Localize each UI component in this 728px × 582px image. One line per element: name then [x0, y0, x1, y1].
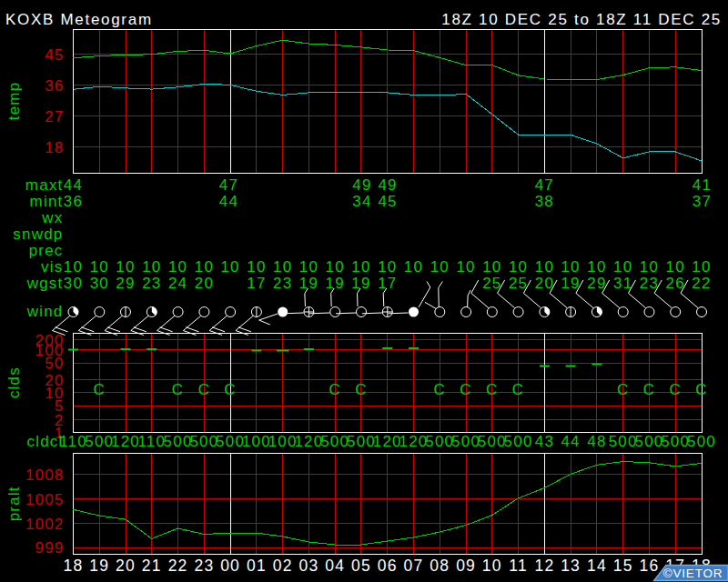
svg-text:1005: 1005	[25, 491, 65, 508]
svg-text:49: 49	[378, 176, 397, 194]
svg-text:01: 01	[247, 557, 267, 575]
svg-text:10: 10	[456, 258, 475, 276]
svg-text:38: 38	[535, 193, 554, 210]
svg-text:16: 16	[640, 557, 660, 575]
svg-text:10: 10	[351, 258, 370, 276]
svg-text:23: 23	[142, 275, 161, 292]
svg-text:47: 47	[535, 176, 554, 194]
svg-text:C: C	[460, 381, 471, 398]
svg-text:34: 34	[352, 193, 371, 210]
svg-text:110: 110	[59, 433, 87, 450]
svg-text:10: 10	[142, 258, 161, 276]
svg-text:C: C	[486, 381, 498, 398]
svg-text:19: 19	[561, 275, 580, 292]
svg-text:10: 10	[482, 557, 502, 575]
svg-text:18Z 10 DEC 25 to 18Z 11 DEC 25: 18Z 10 DEC 25 to 18Z 11 DEC 25	[441, 11, 722, 28]
svg-text:maxt: maxt	[25, 176, 64, 194]
svg-text:31: 31	[613, 275, 632, 292]
svg-text:1008: 1008	[25, 467, 65, 484]
svg-text:110: 110	[137, 433, 166, 450]
svg-text:10: 10	[326, 258, 345, 276]
svg-text:10: 10	[299, 258, 318, 276]
svg-text:48: 48	[587, 433, 606, 450]
svg-text:05: 05	[351, 557, 371, 575]
svg-text:08: 08	[430, 557, 450, 575]
svg-text:17: 17	[378, 275, 397, 292]
svg-text:C: C	[355, 381, 367, 398]
svg-text:19: 19	[89, 557, 109, 575]
svg-text:37: 37	[693, 193, 712, 210]
svg-text:C: C	[695, 381, 707, 398]
svg-text:03: 03	[298, 557, 318, 575]
svg-text:500: 500	[609, 433, 638, 450]
svg-text:wind: wind	[26, 303, 64, 320]
svg-text:500: 500	[164, 433, 193, 450]
svg-text:C: C	[94, 381, 106, 398]
svg-text:500: 500	[85, 433, 114, 450]
svg-text:10: 10	[168, 258, 187, 276]
svg-text:12: 12	[534, 557, 554, 575]
svg-text:120: 120	[373, 433, 402, 450]
svg-text:20: 20	[116, 557, 136, 575]
svg-text:20: 20	[195, 275, 214, 292]
svg-text:49: 49	[352, 176, 371, 194]
svg-text:10: 10	[220, 258, 239, 276]
svg-text:10: 10	[613, 258, 632, 276]
svg-text:36: 36	[45, 77, 64, 95]
svg-text:00: 00	[220, 557, 240, 575]
svg-text:500: 500	[635, 433, 664, 450]
svg-text:120: 120	[399, 433, 429, 450]
svg-text:10: 10	[404, 258, 423, 276]
svg-text:999: 999	[35, 539, 65, 557]
svg-text:36: 36	[64, 193, 83, 210]
svg-text:10: 10	[509, 258, 528, 276]
svg-text:30: 30	[64, 275, 83, 292]
svg-text:C: C	[643, 381, 655, 398]
svg-text:29: 29	[116, 275, 135, 292]
svg-text:500: 500	[189, 433, 218, 450]
svg-text:04: 04	[325, 557, 345, 575]
svg-text:1002: 1002	[25, 516, 65, 533]
svg-text:C: C	[434, 381, 446, 398]
svg-text:22: 22	[168, 557, 188, 575]
svg-text:cldcl: cldcl	[26, 433, 63, 450]
svg-text:KOXB Meteogram: KOXB Meteogram	[5, 11, 153, 28]
svg-text:10: 10	[195, 258, 214, 276]
svg-text:07: 07	[404, 557, 424, 575]
svg-text:30: 30	[90, 275, 109, 292]
svg-text:18: 18	[64, 557, 84, 575]
svg-text:C: C	[329, 381, 340, 398]
svg-text:10: 10	[640, 258, 659, 276]
svg-text:500: 500	[451, 433, 480, 450]
svg-text:500: 500	[320, 433, 349, 450]
svg-text:10: 10	[666, 258, 685, 276]
svg-text:snwdp: snwdp	[13, 226, 63, 243]
svg-text:500: 500	[687, 433, 716, 450]
svg-text:47: 47	[219, 176, 238, 194]
svg-text:44: 44	[561, 433, 580, 450]
svg-text:23: 23	[273, 275, 292, 292]
svg-text:11: 11	[509, 557, 528, 575]
svg-text:06: 06	[378, 557, 398, 575]
svg-text:10: 10	[273, 258, 292, 276]
svg-text:19: 19	[299, 275, 318, 292]
svg-text:C: C	[198, 381, 210, 398]
svg-text:500: 500	[661, 433, 690, 450]
svg-text:19: 19	[351, 275, 370, 292]
svg-text:C: C	[669, 381, 681, 398]
svg-text:wgst: wgst	[26, 275, 64, 292]
svg-text:mint: mint	[30, 193, 64, 210]
svg-text:10: 10	[90, 258, 109, 276]
svg-text:02: 02	[273, 557, 293, 575]
svg-text:23: 23	[194, 557, 214, 575]
svg-text:26: 26	[666, 275, 685, 292]
svg-text:10: 10	[116, 258, 135, 276]
svg-text:41: 41	[693, 176, 712, 194]
svg-text:25: 25	[509, 275, 528, 292]
svg-text:120: 120	[111, 433, 140, 450]
svg-text:43: 43	[535, 433, 554, 450]
svg-text:27: 27	[45, 108, 64, 125]
svg-text:100: 100	[268, 433, 298, 450]
svg-text:44: 44	[219, 193, 238, 210]
svg-text:45: 45	[378, 193, 397, 210]
